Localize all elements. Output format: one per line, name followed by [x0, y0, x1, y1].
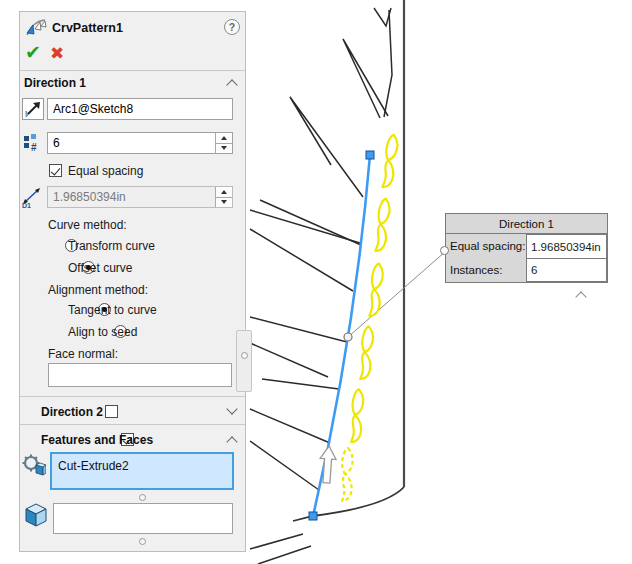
callout-row: Instances: 6 — [446, 258, 607, 282]
face-normal-field[interactable] — [48, 363, 232, 387]
curve-endpoint-top[interactable] — [366, 151, 374, 159]
callout-equal-spacing-value[interactable]: 1.96850394in — [526, 234, 607, 258]
equal-spacing-checkbox[interactable] — [49, 164, 62, 177]
curve-reference-field[interactable] — [47, 98, 233, 120]
pattern-preview-instance — [382, 134, 398, 188]
listbox-resize-handle[interactable] — [139, 494, 146, 501]
svg-text:#: # — [31, 142, 37, 153]
curve-endpoint-bottom[interactable] — [309, 512, 317, 520]
alignment-method-label: Alignment method: — [48, 283, 148, 297]
direction2-header[interactable]: Direction 2 — [41, 405, 103, 419]
pattern-preview-instance — [369, 263, 383, 317]
divider — [20, 70, 245, 71]
callout-instances-label: Instances: — [446, 258, 526, 282]
curve-selection-icon — [22, 98, 44, 120]
listbox-resize-handle[interactable] — [139, 538, 146, 545]
panel-title: CrvPattern1 — [52, 21, 123, 35]
pattern-preview-instance — [351, 389, 364, 442]
curve-pattern-icon — [25, 17, 47, 39]
panel-edge-gripper[interactable] — [236, 330, 252, 392]
callout-leader-line — [348, 251, 446, 337]
property-manager-panel: CrvPattern1 ? ✔ ✖ Direction 1 # — [19, 11, 246, 552]
face-normal-label: Face normal: — [48, 347, 118, 361]
callout-title: Direction 1 — [446, 214, 607, 234]
features-listbox[interactable]: Cut-Extrude2 — [50, 452, 234, 490]
leader-attach-point[interactable] — [344, 333, 352, 341]
instance-count-spinner[interactable] — [215, 133, 232, 153]
panel-gripper-dot[interactable] — [241, 352, 248, 359]
divider — [20, 424, 245, 425]
curve-method-label: Curve method: — [48, 218, 127, 232]
pattern-preview-instance — [360, 326, 373, 379]
solidworks-graphics-area: CrvPattern1 ? ✔ ✖ Direction 1 # — [0, 0, 632, 564]
svg-text:D1: D1 — [22, 202, 31, 208]
instance-count-input[interactable] — [48, 136, 215, 150]
ok-button[interactable]: ✔ — [25, 44, 41, 62]
callout-instances-value[interactable]: 6 — [526, 258, 607, 282]
curve-reference-input[interactable] — [48, 102, 232, 116]
collapse-features-faces-icon[interactable] — [226, 436, 237, 447]
spacing-spinner[interactable] — [215, 187, 232, 207]
expand-direction2-icon[interactable] — [226, 403, 237, 414]
equal-spacing-label: Equal spacing — [68, 164, 143, 178]
offset-curve-label: Offset curve — [68, 261, 132, 275]
instance-count-field[interactable] — [47, 132, 233, 154]
faces-listbox[interactable] — [53, 503, 233, 534]
spacing-field — [47, 186, 233, 208]
direction1-header[interactable]: Direction 1 — [24, 76, 86, 90]
face-normal-input[interactable] — [49, 368, 231, 382]
instance-count-icon: # — [23, 134, 43, 154]
features-icon — [22, 454, 46, 478]
pattern-seed-instance — [342, 448, 353, 501]
faces-icon — [23, 502, 49, 528]
transform-curve-label: Transform curve — [68, 239, 155, 253]
spacing-input — [48, 190, 215, 204]
divider — [20, 396, 245, 397]
pattern-preview-instance — [375, 198, 390, 252]
spacing-icon: D1 — [21, 186, 43, 208]
callout-collapse-icon[interactable] — [577, 290, 585, 304]
features-list-item[interactable]: Cut-Extrude2 — [58, 459, 129, 473]
cancel-button[interactable]: ✖ — [50, 45, 64, 63]
callout-equal-spacing-label: Equal spacing: — [446, 234, 526, 258]
direction1-callout: Direction 1 Equal spacing: 1.96850394in … — [445, 213, 608, 283]
tangent-to-curve-label: Tangent to curve — [68, 303, 157, 317]
help-icon[interactable]: ? — [224, 19, 240, 35]
collapse-direction1-icon[interactable] — [226, 79, 237, 90]
direction2-checkbox[interactable] — [105, 405, 118, 418]
callout-row: Equal spacing: 1.96850394in — [446, 234, 607, 258]
callout-attach-point — [440, 246, 449, 255]
align-to-seed-label: Align to seed — [68, 325, 137, 339]
features-faces-header[interactable]: Features and Faces — [41, 433, 153, 447]
